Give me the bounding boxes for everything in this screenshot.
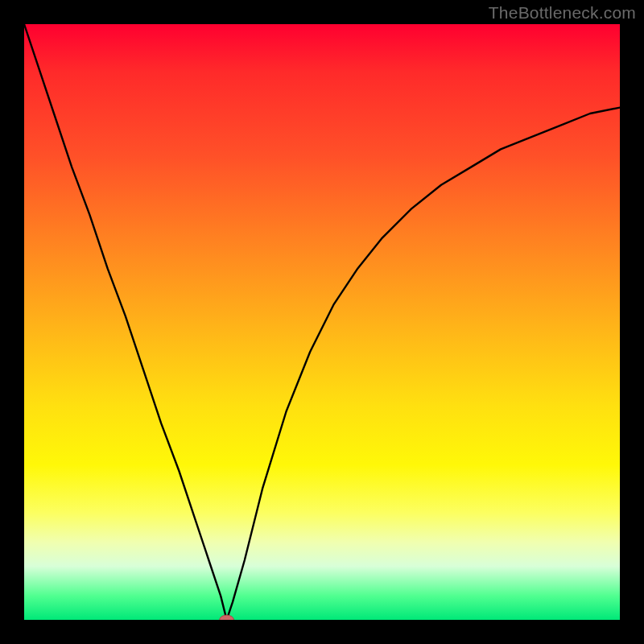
watermark-text: TheBottleneck.com [489,3,636,23]
min-marker [220,615,234,620]
bottleneck-curve [24,24,620,620]
chart-frame: TheBottleneck.com [0,0,644,644]
plot-area [24,24,620,620]
curve-layer [24,24,620,620]
